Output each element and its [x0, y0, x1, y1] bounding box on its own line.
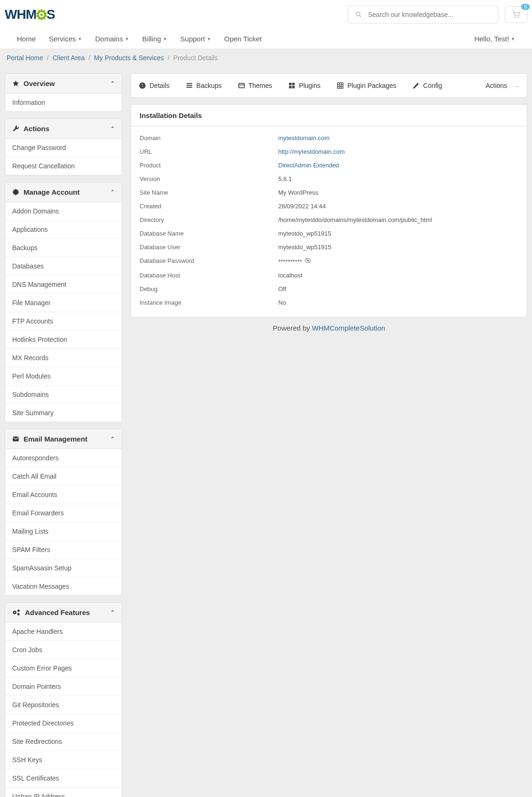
sidebar-item-addon-domains[interactable]: Addon Domains — [5, 202, 122, 221]
breadcrumb-link[interactable]: Portal Home — [7, 54, 43, 62]
detail-value: 5.8.1 — [278, 175, 292, 182]
detail-row: Domainmytestdomain.com — [140, 131, 518, 145]
breadcrumb-link[interactable]: Client Area — [53, 54, 85, 62]
details-title: Installation Details — [131, 105, 527, 126]
detail-link[interactable]: http://mytestdomain.com — [278, 148, 345, 155]
tab-config[interactable]: Config — [408, 79, 446, 92]
tab-backups[interactable]: Backups — [182, 79, 226, 92]
sidebar-item-mx-records[interactable]: MX Records — [5, 349, 122, 367]
chevron-down-icon: ▼ — [511, 37, 515, 41]
sidebar-item-site-redirections[interactable]: Site Redirections — [5, 733, 122, 751]
tab-plugin-packages[interactable]: Plugin Packages — [333, 79, 400, 92]
sidebar-item-site-summary[interactable]: Site Summary — [5, 404, 122, 422]
sidebar-item-email-forwarders[interactable]: Email Forwarders — [5, 504, 122, 522]
sidebar-item-custom-error-pages[interactable]: Custom Error Pages — [5, 659, 122, 678]
detail-value: mytestdo_wp51915 — [278, 244, 331, 251]
detail-value: localhost — [278, 272, 302, 279]
cart-badge: 0 — [521, 4, 530, 10]
nav-billing[interactable]: Billing▼ — [136, 29, 174, 48]
nav-services[interactable]: Services▼ — [42, 29, 88, 48]
detail-row: URLhttp://mytestdomain.com — [140, 145, 518, 158]
sidebar-item-domain-pointers[interactable]: Domain Pointers — [5, 678, 122, 696]
logo[interactable]: WHM⚙S — [5, 7, 55, 23]
detail-row: Database Usermytestdo_wp51915 — [140, 240, 518, 254]
sidebar-item-request-cancellation[interactable]: Request Cancellation — [5, 157, 122, 175]
eye-icon[interactable] — [305, 259, 311, 265]
chevron-down-icon: ▼ — [125, 37, 129, 41]
detail-row: Instance ImageNo — [140, 296, 518, 309]
tab-themes[interactable]: Themes — [234, 79, 276, 92]
detail-label: Instance Image — [140, 299, 278, 306]
detail-row: Version5.8.1 — [140, 172, 518, 186]
panel-head-email-management[interactable]: Email Management⌃ — [5, 429, 122, 449]
sidebar-item-spam-filters[interactable]: SPAM Filters — [5, 541, 122, 559]
detail-label: Version — [140, 175, 278, 182]
sidebar-item-protected-directories[interactable]: Protected Directories — [5, 714, 122, 733]
svg-rect-21 — [292, 86, 295, 88]
sidebar-item-change-password[interactable]: Change Password — [5, 139, 122, 157]
detail-label: Database Name — [140, 230, 278, 237]
sidebar-item-hotlinks-protection[interactable]: Hotlinks Protection — [5, 331, 122, 349]
search-icon — [355, 11, 362, 18]
detail-link[interactable]: DirectAdmin Extended — [278, 162, 339, 169]
detail-row: Database Hostlocalhost — [140, 268, 518, 282]
panel-head-advanced-features[interactable]: Advanced Features⌃ — [5, 603, 122, 623]
detail-value: 28/09/2022 14:44 — [278, 203, 326, 210]
sidebar-item-ssh-keys[interactable]: SSH Keys — [5, 751, 122, 769]
detail-label: Directory — [140, 216, 278, 223]
sidebar-item-catch-all-email[interactable]: Catch All Email — [5, 467, 122, 486]
sidebar-item-mailing-lists[interactable]: Mailing Lists — [5, 522, 122, 541]
chevron-down-icon: ⌄ — [516, 83, 519, 88]
detail-link[interactable]: mytestdomain.com — [278, 134, 329, 142]
sidebar-item-unban-ip-address[interactable]: Unban IP Address — [5, 788, 122, 797]
nav-domains[interactable]: Domains▼ — [88, 29, 135, 48]
actions-dropdown[interactable]: Actions ⌄ — [482, 79, 523, 92]
sidebar-item-information[interactable]: Information — [5, 94, 122, 111]
svg-point-3 — [518, 17, 519, 17]
panel-head-actions[interactable]: Actions⌃ — [5, 119, 122, 139]
sidebar-item-ftp-accounts[interactable]: FTP Accounts — [5, 312, 122, 331]
svg-point-9 — [17, 613, 20, 616]
svg-rect-22 — [337, 83, 343, 88]
svg-point-2 — [515, 17, 515, 17]
nav-open-ticket[interactable]: Open Ticket — [218, 29, 268, 48]
sidebar-item-perl-modules[interactable]: Perl Modules — [5, 367, 122, 386]
sidebar-item-git-repositories[interactable]: Git Repositories — [5, 696, 122, 714]
footer-link[interactable]: WHMCompleteSolution — [312, 324, 385, 332]
sidebar-item-applications[interactable]: Applications — [5, 221, 122, 239]
panel-head-overview[interactable]: Overview⌃ — [5, 74, 122, 94]
sidebar-item-cron-jobs[interactable]: Cron Jobs — [5, 641, 122, 659]
breadcrumb-link[interactable]: My Products & Services — [94, 54, 164, 62]
sidebar-item-autoresponders[interactable]: Autoresponders — [5, 449, 122, 467]
chevron-down-icon: ▼ — [78, 37, 82, 41]
nav-home[interactable]: Home — [10, 29, 42, 48]
detail-value: mytestdomain.com — [278, 134, 329, 142]
sidebar-item-vacation-messages[interactable]: Vacation Messages — [5, 577, 122, 595]
panel-head-manage-account[interactable]: Manage Account⌃ — [5, 182, 122, 202]
cart-button[interactable]: 0 — [505, 6, 527, 23]
sidebar-item-spamassasin-setup[interactable]: SpamAssasin Setup — [5, 559, 122, 577]
sidebar-item-dns-management[interactable]: DNS Management — [5, 276, 122, 294]
svg-point-0 — [356, 12, 360, 16]
sidebar-item-apache-handlers[interactable]: Apache Handlers — [5, 623, 122, 641]
chevron-up-icon: ⌃ — [110, 80, 115, 87]
user-menu[interactable]: Hello, Test!▼ — [468, 29, 522, 48]
svg-rect-20 — [289, 86, 291, 88]
search-input[interactable] — [348, 6, 498, 24]
tab-plugins[interactable]: Plugins — [284, 79, 324, 92]
svg-rect-16 — [239, 83, 244, 87]
chevron-up-icon: ⌃ — [110, 126, 115, 132]
tab-details[interactable]: Details — [135, 79, 173, 92]
sidebar-item-ssl-certificates[interactable]: SSL Certificates — [5, 769, 122, 788]
nav-support[interactable]: Support▼ — [174, 29, 218, 48]
detail-row: ProductDirectAdmin Extended — [140, 158, 518, 172]
sidebar-item-file-manager[interactable]: File Manager — [5, 294, 122, 312]
sidebar-item-subdomains[interactable]: Subdomains — [5, 386, 122, 404]
detail-row: DebugOff — [140, 282, 518, 296]
footer: Powered by WHMCompleteSolution — [131, 317, 527, 339]
svg-point-12 — [142, 84, 143, 85]
sidebar-item-backups[interactable]: Backups — [5, 239, 122, 257]
sidebar-item-databases[interactable]: Databases — [5, 257, 122, 276]
sidebar-item-email-accounts[interactable]: Email Accounts — [5, 486, 122, 504]
list-icon — [186, 82, 193, 89]
